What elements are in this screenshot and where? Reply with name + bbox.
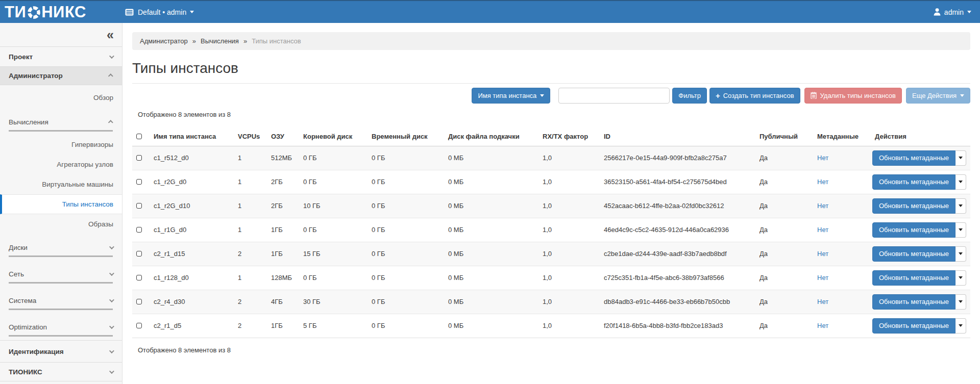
row-actions-dropdown-toggle[interactable]: [955, 174, 966, 190]
cell-root-disk: 10 ГБ: [299, 194, 368, 218]
table-row: c1_r512_d0 1 512МБ 0 ГБ 0 ГБ 0 МБ 1,0 25…: [132, 146, 970, 170]
caret-down-icon: [959, 204, 963, 207]
cell-public: Да: [755, 194, 813, 218]
cell-ephemeral-disk: 0 ГБ: [368, 146, 444, 170]
sidebar-group-network[interactable]: Сеть: [9, 265, 113, 284]
metadata-link[interactable]: Нет: [817, 298, 828, 305]
row-actions-dropdown-toggle[interactable]: [955, 270, 966, 286]
filter-button[interactable]: Фильтр: [672, 88, 707, 104]
cell-root-disk: 0 ГБ: [299, 266, 368, 290]
cell-id: db84adb3-e91c-4466-be33-eb66b7b50cbb: [600, 290, 755, 314]
update-metadata-button[interactable]: Обновить метаданные: [872, 150, 955, 166]
row-checkbox[interactable]: [136, 227, 142, 233]
create-flavor-label: Создать тип инстансов: [723, 92, 794, 99]
sidebar-item-flavors[interactable]: Типы инстансов: [0, 194, 122, 214]
user-menu[interactable]: admin: [934, 1, 971, 23]
filter-field-caret-icon: [540, 94, 544, 97]
metadata-link[interactable]: Нет: [817, 226, 828, 234]
breadcrumb-link-admin[interactable]: Администратор: [140, 37, 188, 45]
metadata-link[interactable]: Нет: [817, 154, 828, 162]
row-checkbox[interactable]: [136, 299, 142, 304]
row-actions-dropdown-toggle[interactable]: [955, 318, 966, 334]
metadata-link[interactable]: Нет: [817, 274, 828, 281]
caret-down-icon: [959, 276, 963, 279]
select-all-checkbox[interactable]: [136, 134, 142, 139]
row-checkbox[interactable]: [136, 179, 142, 185]
cell-rxtx: 1,0: [538, 242, 600, 266]
context-switcher[interactable]: Default • admin: [125, 8, 194, 16]
update-metadata-button[interactable]: Обновить метаданные: [872, 198, 955, 214]
cell-name: c1_r1G_d0: [150, 218, 234, 242]
brand-logo[interactable]: ТИ НИКС: [0, 4, 118, 20]
sidebar-group-system[interactable]: Система: [9, 292, 113, 310]
table-header-row: Имя типа инстанса VCPUs ОЗУ Корневой дис…: [132, 127, 970, 146]
sidebar-item-hypervisors[interactable]: Гипервизоры: [0, 135, 122, 155]
sidebar-item-tionix[interactable]: ТИОНИКС: [0, 363, 122, 381]
update-metadata-button[interactable]: Обновить метаданные: [872, 222, 955, 238]
update-metadata-button[interactable]: Обновить метаданные: [872, 270, 955, 286]
sidebar-group-compute-label: Вычисления: [9, 118, 48, 126]
row-actions-dropdown-toggle[interactable]: [955, 246, 966, 262]
sidebar-item-instances[interactable]: Виртуальные машины: [0, 174, 122, 194]
plus-icon: +: [716, 92, 720, 99]
filter-search-input[interactable]: [558, 88, 670, 104]
row-actions-dropdown-toggle[interactable]: [955, 198, 966, 214]
create-flavor-button[interactable]: + Создать тип инстансов: [709, 88, 800, 104]
column-header-metadata: Метаданные: [813, 127, 871, 146]
cell-ram: 4ГБ: [267, 290, 299, 314]
filter-field-dropdown[interactable]: Имя типа инстанса: [472, 88, 550, 104]
metadata-link[interactable]: Нет: [817, 178, 828, 186]
delete-flavors-button[interactable]: Удалить типы инстансов: [804, 88, 902, 104]
chevron-down-icon: [109, 54, 114, 59]
cell-ram: 2ГБ: [267, 170, 299, 194]
update-metadata-button[interactable]: Обновить метаданные: [872, 294, 955, 310]
cell-swap-disk: 0 МБ: [444, 218, 538, 242]
sidebar-item-project[interactable]: Проект: [0, 47, 122, 67]
row-checkbox[interactable]: [136, 275, 142, 280]
sidebar-item-overview[interactable]: Обзор: [0, 88, 122, 108]
cell-ram: 1ГБ: [267, 314, 299, 338]
update-metadata-button[interactable]: Обновить метаданные: [872, 318, 955, 334]
user-label: admin: [944, 8, 964, 16]
sidebar-group-compute[interactable]: Вычисления: [9, 113, 113, 132]
row-actions-dropdown-toggle[interactable]: [955, 150, 966, 166]
column-header-vcpus: VCPUs: [234, 127, 267, 146]
row-actions-dropdown-toggle[interactable]: [955, 294, 966, 310]
cell-name: c1_r2G_d0: [150, 170, 234, 194]
row-actions-dropdown-toggle[interactable]: [955, 222, 966, 238]
cell-public: Да: [755, 290, 813, 314]
metadata-link[interactable]: Нет: [817, 202, 828, 210]
sidebar-item-identity[interactable]: Идентификация: [0, 340, 122, 363]
cell-rxtx: 1,0: [538, 314, 600, 338]
cell-name: c1_r128_d0: [150, 266, 234, 290]
sidebar-item-host-aggregates[interactable]: Агрегаторы узлов: [0, 155, 122, 174]
metadata-link[interactable]: Нет: [817, 322, 828, 329]
column-header-actions: Действия: [871, 127, 970, 146]
cell-swap-disk: 0 МБ: [444, 146, 538, 170]
cell-vcpus: 1: [234, 266, 267, 290]
cell-public: Да: [755, 218, 813, 242]
sidebar-group-optimization-label: Optimization: [9, 323, 47, 331]
sidebar-collapse-header: «: [0, 23, 122, 47]
row-checkbox[interactable]: [136, 251, 142, 257]
domain-icon: [125, 9, 134, 16]
sidebar-collapse-button[interactable]: «: [107, 29, 114, 41]
chevron-down-icon: [109, 324, 114, 329]
user-icon: [934, 8, 941, 16]
sidebar-group-volumes[interactable]: Диски: [9, 239, 113, 257]
table-toolbar: Имя типа инстанса Фильтр + Создать тип и…: [132, 88, 970, 104]
sidebar-item-images[interactable]: Образы: [0, 214, 122, 234]
update-metadata-button[interactable]: Обновить метаданные: [872, 246, 955, 262]
more-actions-label: Еще Действия: [912, 92, 957, 99]
metadata-link[interactable]: Нет: [817, 250, 828, 258]
more-actions-button[interactable]: Еще Действия: [906, 88, 970, 104]
sidebar-group-optimization[interactable]: Optimization: [9, 318, 113, 337]
row-checkbox[interactable]: [136, 203, 142, 209]
trash-icon: [811, 92, 817, 99]
row-checkbox[interactable]: [136, 323, 142, 328]
sidebar-item-admin[interactable]: Администратор: [0, 67, 122, 85]
row-checkbox[interactable]: [136, 155, 142, 161]
cell-rxtx: 1,0: [538, 218, 600, 242]
breadcrumb-link-compute[interactable]: Вычисления: [201, 37, 239, 45]
update-metadata-button[interactable]: Обновить метаданные: [872, 174, 955, 190]
